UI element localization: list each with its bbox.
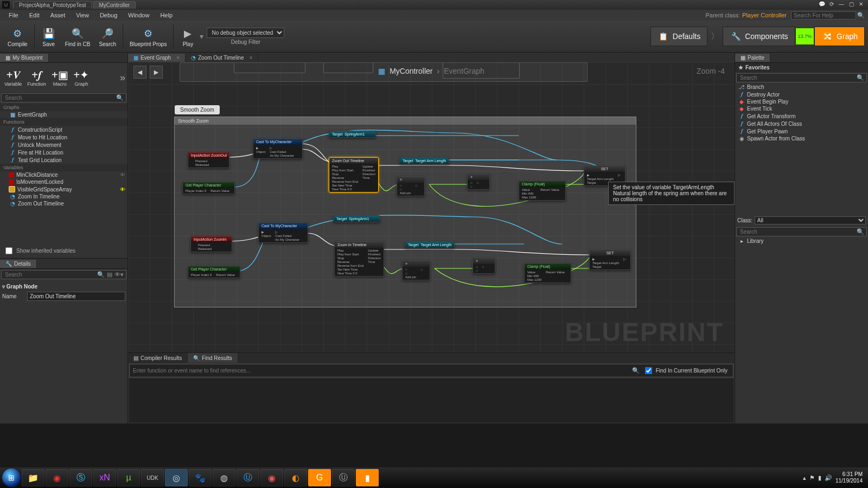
taskbar-explorer-icon[interactable]: 📁 [22,469,44,486]
play-button[interactable]: ▶Play [176,25,200,48]
node-timeline-zoomin[interactable]: Zoom In Timeline PlayPlay from StartStop… [334,241,384,277]
notify-icon[interactable]: 💬 [817,1,827,9]
tray-flag-icon[interactable]: ⚑ [809,474,815,481]
node-springarm-1[interactable]: Target SpringArm1 [329,131,376,138]
details-search-input[interactable] [4,271,97,278]
tab-zoom-out-timeline[interactable]: ◔Zoom Out Timeline× [186,54,258,62]
nav-forward-button[interactable]: ► [150,66,163,79]
fav-getallactors[interactable]: 𝒇Get All Actors Of Class [735,120,868,127]
tray-volume-icon[interactable]: 🔊 [825,474,832,481]
tab-find-results[interactable]: 🔍Find Results [188,353,238,363]
node-add-3[interactable]: +○○Add pin○ [402,260,430,280]
node-getplayer-2[interactable]: Get Player Character Player Index 0Retur… [188,266,240,278]
node-cast-2[interactable]: Cast To MyCharacter ▶Object▷Cast FailedA… [258,222,308,243]
taskbar-app3-icon[interactable]: ◉ [260,469,283,486]
node-cast-1[interactable]: Cast To MyCharacter ▶Object▷Cast FailedA… [253,138,303,159]
debug-object-select[interactable]: No debug object selected [207,28,284,38]
title-tab-project[interactable]: ProjectAlpha_PrototypeTest [13,1,92,9]
tray-expand-icon[interactable]: ▴ [803,474,806,481]
fav-beginplay[interactable]: ◆Event Begin Play [735,98,868,105]
node-add-4[interactable]: +○○○ [473,258,495,274]
tab-compiler-results[interactable]: ▤Compiler Results [128,353,188,363]
defaults-mode-button[interactable]: 📋Defaults [650,27,707,46]
search-icon[interactable]: 🔍 [857,74,864,81]
find-input[interactable] [132,367,632,374]
close-icon[interactable]: × [249,55,252,61]
components-mode-button[interactable]: 🔧Components [723,27,795,46]
node-timeline-zoomout[interactable]: Zoom Out Timeline PlayPlay from StartSto… [329,157,379,192]
taskbar-skype-icon[interactable]: Ⓢ [69,469,92,486]
add-variable-button[interactable]: +𝑽Variable [2,67,24,88]
expand-toolbar-icon[interactable]: » [120,72,125,84]
node-set-2[interactable]: SET ▶Target Arm LengthTarget▷ [589,249,631,270]
fn-unlock-move[interactable]: 𝒇Unlock Movement [0,141,127,149]
comment-title[interactable]: Smooth Zoom [175,105,220,114]
node-inputaction-zoomin[interactable]: InputAction ZoomIn PressedReleased [190,236,232,252]
close-icon[interactable]: × [176,55,180,61]
tl-zoomout[interactable]: ◔Zoom Out Timeline [0,200,127,207]
eye-icon[interactable]: 👁▾ [114,271,124,278]
tl-zoomin[interactable]: ◔Zoom In Timeline [0,193,127,200]
search-icon[interactable]: 🔍 [857,12,865,19]
eye-icon[interactable]: 👁 [120,172,125,178]
menu-window[interactable]: Window [123,11,155,20]
taskbar-clock[interactable]: 6:31 PM11/19/2014 [835,471,866,484]
maximize-button[interactable]: ▢ [846,1,856,9]
palette-search-input[interactable] [739,74,857,81]
taskbar-steam-icon[interactable]: ◎ [165,469,188,486]
node-inputaction-zoomout[interactable]: InputAction ZoomOut PressedReleased [188,152,229,168]
source-control-icon[interactable]: ⟳ [827,1,837,9]
node-springarm-2[interactable]: Target SpringArm1 [333,215,380,222]
fav-spawnactor[interactable]: ◉Spawn Actor from Class [735,135,868,142]
palette-tab[interactable]: ▦Palette [735,54,770,62]
menu-view[interactable]: View [71,11,94,20]
find-in-cb-button[interactable]: 🔍Find in CB [61,25,95,48]
play-dropdown-icon[interactable]: ▾ [200,32,203,41]
taskbar-app1-icon[interactable]: 🐾 [189,469,212,486]
taskbar-app4-icon[interactable]: G [308,469,331,486]
node-add-1[interactable]: +○○Add pin○ [397,176,425,196]
search-icon[interactable]: 🔍 [116,94,124,101]
blueprint-props-button[interactable]: ⚙Blueprint Props [125,25,171,48]
search-icon[interactable]: 🔍 [97,271,105,278]
add-macro-button[interactable]: +▣Macro [49,67,71,88]
tab-event-graph[interactable]: ▦Event Graph× [128,54,186,62]
search-button[interactable]: 🔎Search [94,25,120,48]
add-graph-button[interactable]: +✦Graph [72,67,92,88]
taskbar-app5-icon[interactable]: ▮ [356,469,379,486]
menu-debug[interactable]: Debug [94,11,123,20]
taskbar-ue4-icon[interactable]: Ⓤ [237,469,259,486]
library-search-input[interactable] [739,228,857,235]
minimize-button[interactable]: — [837,1,846,9]
details-tab[interactable]: 🔧Details [0,260,37,268]
graph-eventgraph[interactable]: ▦EventGraph [0,111,127,118]
fn-construction[interactable]: 𝒇ConstructionScript [0,126,127,133]
start-button[interactable]: ⊞ [2,468,21,487]
node-getplayer-1[interactable]: Get Player Character Player Index 0Retur… [182,182,235,194]
favorites-header[interactable]: ★Favorites [735,63,868,72]
graph-canvas[interactable]: ◄ ► ▦ MyController› EventGraph Zoom -4 B… [128,62,735,352]
show-inherited-checkbox[interactable]: Show inherited variables [0,243,127,258]
node-add-2[interactable]: +○○○ [467,174,490,190]
add-function-button[interactable]: +𝒇Function [25,67,48,88]
name-input[interactable] [27,292,125,301]
library-root[interactable]: ▸Library [735,237,868,245]
taskbar-ue4-editor-icon[interactable]: Ⓤ [332,469,355,486]
nav-back-button[interactable]: ◄ [133,66,146,79]
menu-edit[interactable]: Edit [24,11,45,20]
menu-file[interactable]: File [3,11,24,20]
search-icon[interactable]: 🔍 [632,367,640,374]
compile-button[interactable]: ⚙Compile [3,25,32,48]
var-gridarray[interactable]: VisibleGridSpaceArray👁 [0,185,127,193]
my-blueprint-tab[interactable]: ▦My Blueprint [0,54,49,62]
mybp-search-input[interactable] [4,94,116,101]
taskbar-xn-icon[interactable]: xN [93,469,116,486]
fav-branch[interactable]: ⎇Branch [735,84,868,91]
help-search-input[interactable] [791,11,856,20]
graph-mode-button[interactable]: 🔀Graph [814,27,865,46]
node-targetarmlength-1[interactable]: Target Target Arm Length [399,157,449,164]
search-icon[interactable]: 🔍 [857,228,864,235]
node-clamp-2[interactable]: Clamp (Float) ValueMin 400Max 1200Return… [524,263,571,283]
save-button[interactable]: 💾Save [37,25,61,48]
find-current-only-checkbox[interactable]: Find In Current Blueprint Only [640,365,731,376]
